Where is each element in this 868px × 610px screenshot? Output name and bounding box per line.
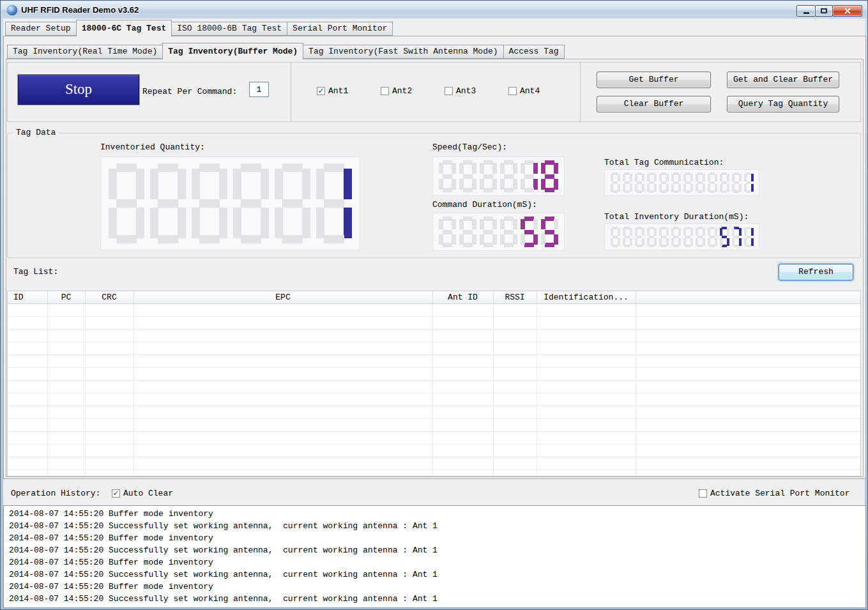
col-header-rssi[interactable]: RSSI (493, 291, 537, 304)
sub-tabstrip: Tag Inventory(Real Time Mode) Tag Invent… (7, 43, 565, 59)
tab-18000-6c-tag-test[interactable]: 18000-6C Tag Test (76, 20, 172, 36)
minimize-button[interactable] (796, 5, 816, 17)
checkbox-ant4[interactable]: Ant4 (508, 86, 540, 96)
tab-inventory-fast-switch[interactable]: Tag Inventory(Fast Swith Antenna Mode) (303, 45, 503, 59)
tag-table-body (8, 304, 860, 477)
get-buffer-button[interactable]: Get Buffer (597, 72, 711, 88)
command-duration-label: Command Duration(mS): (432, 200, 537, 210)
maximize-icon (821, 8, 827, 13)
maximize-button[interactable] (815, 5, 833, 17)
checkbox-ant3[interactable]: Ant3 (445, 86, 476, 96)
col-header-pc[interactable]: PC (47, 291, 85, 304)
minimize-icon (803, 12, 809, 14)
checkbox-auto-clear[interactable]: Auto Clear (112, 489, 173, 498)
log-line[interactable]: 2014-08-07 14:55:20 Buffer mode inventor… (9, 532, 865, 544)
inventoried-quantity-label: Inventoried Quantity: (100, 142, 205, 152)
ant2-label: Ant2 (392, 86, 412, 96)
serial-monitor-label: Activate Serial Port Monitor (710, 489, 849, 498)
window-title: UHF RFID Reader Demo v3.62 (21, 5, 139, 15)
total-inventory-duration-label: Total Inventory Duration(mS): (604, 212, 749, 222)
clear-buffer-button[interactable]: Clear Buffer (597, 96, 711, 112)
tab-serial-port-monitor[interactable]: Serial Port Monitor (287, 22, 393, 36)
titlebar[interactable]: UHF RFID Reader Demo v3.62 (1, 1, 867, 19)
auto-clear-label: Auto Clear (123, 489, 173, 498)
checkbox-ant1[interactable]: Ant1 (317, 86, 348, 96)
total-tag-communication-label: Total Tag Communication: (604, 158, 724, 167)
col-header-filler (636, 291, 860, 304)
window-controls (797, 5, 862, 17)
log-line[interactable]: 2014-08-07 14:55:20 Buffer mode inventor… (9, 581, 865, 593)
ant1-checkbox-box[interactable] (317, 87, 325, 95)
tag-data-group: Tag Data Inventoried Quantity: Speed(Tag… (7, 133, 861, 258)
total-inventory-duration-display (604, 224, 759, 250)
log-line[interactable]: 2014-08-07 14:55:20 Buffer mode inventor… (9, 508, 865, 520)
close-icon (844, 7, 851, 15)
repeat-per-command-input[interactable] (249, 82, 269, 97)
col-header-id[interactable]: ID (8, 291, 47, 304)
stop-button[interactable]: Stop (18, 75, 139, 105)
ant4-checkbox-box[interactable] (508, 87, 517, 95)
log-line[interactable]: 2014-08-07 14:55:20 Successfully set wor… (9, 568, 865, 581)
tab-inventory-buffer[interactable]: Tag Inventory(Buffer Mode) (162, 43, 303, 59)
tag-data-caption: Tag Data (13, 128, 58, 137)
repeat-per-command-label: Repeat Per Command: (142, 87, 237, 96)
speed-label: Speed(Tag/Sec): (432, 142, 507, 152)
operation-history-log[interactable]: 2014-08-07 14:55:20 Buffer mode inventor… (3, 505, 866, 608)
tab-reader-setup[interactable]: Reader Setup (5, 22, 77, 36)
ant3-checkbox-box[interactable] (445, 87, 453, 95)
log-line[interactable]: 2014-08-07 14:55:20 Successfully set wor… (9, 520, 865, 532)
operation-history-label: Operation History: (11, 489, 100, 498)
command-duration-display (432, 213, 565, 251)
auto-clear-checkbox-box[interactable] (112, 489, 120, 498)
close-button[interactable] (832, 5, 862, 17)
col-header-crc[interactable]: CRC (85, 291, 133, 304)
ant3-label: Ant3 (456, 86, 476, 96)
tab-iso-18000-6b-tag-test[interactable]: ISO 18000-6B Tag Test (171, 22, 287, 36)
log-line[interactable]: 2014-08-07 14:55:20 Buffer mode inventor… (9, 556, 865, 568)
speed-display (432, 156, 565, 196)
main-tabstrip: Reader Setup 18000-6C Tag Test ISO 18000… (5, 20, 393, 36)
log-line[interactable]: 2014-08-07 14:55:20 Successfully set wor… (9, 593, 865, 605)
app-window: UHF RFID Reader Demo v3.62 Reader Setup … (0, 0, 868, 610)
app-icon (7, 5, 17, 15)
ant4-label: Ant4 (520, 86, 540, 96)
serial-monitor-checkbox-box[interactable] (699, 489, 707, 498)
col-header-identification[interactable]: Identification... (537, 291, 636, 304)
checkbox-ant2[interactable]: Ant2 (381, 86, 412, 96)
tag-list-label: Tag List: (13, 267, 58, 277)
inventoried-quantity-display (100, 156, 360, 250)
ant1-label: Ant1 (328, 86, 348, 96)
log-line[interactable]: 2014-08-07 14:55:20 Successfully set wor… (9, 544, 865, 556)
tab-access-tag[interactable]: Access Tag (503, 45, 565, 59)
col-header-epc[interactable]: EPC (133, 291, 432, 304)
tab-inventory-realtime[interactable]: Tag Inventory(Real Time Mode) (7, 45, 163, 59)
ant2-checkbox-box[interactable] (381, 87, 389, 95)
get-and-clear-buffer-button[interactable]: Get and Clear Buffer (727, 72, 839, 88)
refresh-button[interactable]: Refresh (779, 264, 853, 280)
total-tag-communication-display (604, 169, 759, 196)
col-header-ant-id[interactable]: Ant ID (432, 291, 493, 304)
checkbox-activate-serial-monitor[interactable]: Activate Serial Port Monitor (699, 489, 849, 498)
tag-list-table: ID PC CRC EPC Ant ID RSSI Identification… (7, 291, 861, 477)
query-tag-quantity-button[interactable]: Query Tag Quantity (727, 96, 839, 112)
